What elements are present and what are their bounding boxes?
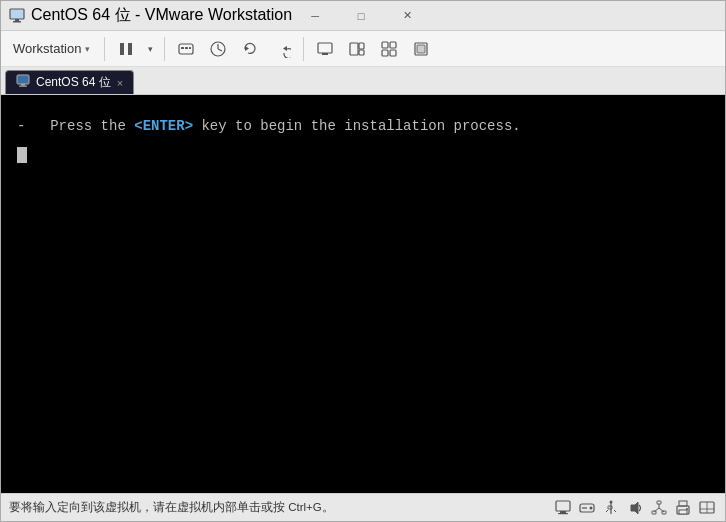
svg-line-44 — [654, 508, 659, 512]
status-monitor-icon[interactable] — [553, 498, 573, 518]
workstation-label: Workstation — [13, 41, 81, 56]
svg-rect-6 — [181, 47, 184, 49]
minimize-button[interactable]: ─ — [292, 1, 338, 31]
toolbar-sep-2 — [164, 37, 165, 61]
close-button[interactable]: ✕ — [384, 1, 430, 31]
view-quick-button[interactable] — [342, 35, 372, 63]
terminal-line-1: - Press the <ENTER> key to begin the ins… — [17, 115, 709, 137]
term-text-before: Press the <ENTER> key to begin the insta… — [33, 115, 520, 137]
svg-rect-17 — [359, 43, 364, 49]
snapshot-take-button[interactable] — [267, 35, 297, 63]
svg-point-32 — [590, 506, 593, 509]
tab-close-button[interactable]: × — [117, 77, 123, 89]
svg-rect-40 — [657, 501, 661, 504]
status-resolution-icon[interactable] — [697, 498, 717, 518]
svg-rect-15 — [322, 53, 328, 55]
svg-rect-47 — [679, 501, 687, 506]
svg-rect-3 — [120, 43, 124, 55]
svg-rect-1 — [15, 19, 19, 21]
tab-label: CentOS 64 位 — [36, 74, 111, 91]
svg-rect-7 — [185, 47, 188, 49]
svg-rect-48 — [679, 510, 687, 514]
tab-bar: CentOS 64 位 × — [1, 67, 725, 95]
svg-line-38 — [614, 510, 616, 512]
terminal-cursor-line — [17, 143, 709, 165]
workstation-menu[interactable]: Workstation ▾ — [5, 35, 98, 63]
status-icons — [553, 498, 717, 518]
playback-controls: ▾ — [111, 35, 158, 63]
svg-marker-39 — [631, 502, 638, 514]
svg-rect-19 — [382, 42, 388, 48]
svg-rect-24 — [417, 45, 425, 53]
svg-marker-12 — [245, 46, 249, 51]
svg-rect-4 — [128, 43, 132, 55]
status-network-icon[interactable] — [649, 498, 669, 518]
view-thumbnail-button[interactable] — [374, 35, 404, 63]
send-ctrlaltdel-button[interactable] — [171, 35, 201, 63]
view-fullscreen-button[interactable] — [406, 35, 436, 63]
menu-bar: Workstation ▾ ▾ — [1, 31, 725, 67]
enter-key-highlight: <ENTER> — [134, 118, 193, 134]
svg-rect-2 — [13, 21, 21, 23]
svg-line-37 — [606, 510, 608, 512]
status-usb-icon[interactable] — [601, 498, 621, 518]
maximize-button[interactable]: □ — [338, 1, 384, 31]
svg-rect-18 — [359, 50, 364, 55]
svg-rect-25 — [17, 75, 29, 84]
svg-rect-14 — [318, 43, 332, 53]
title-bar-icon — [9, 8, 25, 24]
status-text: 要将输入定向到该虚拟机，请在虚拟机内部单击或按 Ctrl+G。 — [9, 500, 549, 515]
pause-dropdown-button[interactable]: ▾ — [142, 35, 158, 63]
svg-rect-27 — [19, 86, 27, 87]
svg-rect-0 — [10, 9, 24, 19]
status-audio-icon[interactable] — [625, 498, 645, 518]
status-bar: 要将输入定向到该虚拟机，请在虚拟机内部单击或按 Ctrl+G。 — [1, 493, 725, 521]
svg-rect-21 — [382, 50, 388, 56]
snapshot-manager-button[interactable] — [203, 35, 233, 63]
svg-rect-30 — [558, 513, 568, 514]
title-bar-title: CentOS 64 位 - VMware Workstation — [31, 5, 292, 26]
svg-line-45 — [659, 508, 664, 512]
view-console-button[interactable] — [310, 35, 340, 63]
status-hdd-icon[interactable] — [577, 498, 597, 518]
workstation-dropdown-icon: ▾ — [85, 44, 90, 54]
toolbar-sep-3 — [303, 37, 304, 61]
svg-rect-26 — [21, 84, 25, 86]
snapshot-revert-button[interactable] — [235, 35, 265, 63]
app-window: CentOS 64 位 - VMware Workstation ─ □ ✕ W… — [0, 0, 726, 522]
tab-vm-icon — [16, 74, 30, 91]
status-printer-icon[interactable] — [673, 498, 693, 518]
svg-rect-20 — [390, 42, 396, 48]
svg-rect-28 — [556, 501, 570, 511]
vm-screen[interactable]: - Press the <ENTER> key to begin the ins… — [1, 95, 725, 493]
pause-button[interactable] — [111, 35, 141, 63]
terminal-output: - Press the <ENTER> key to begin the ins… — [1, 95, 725, 493]
svg-rect-16 — [350, 43, 358, 55]
svg-rect-22 — [390, 50, 396, 56]
vm-tab[interactable]: CentOS 64 位 × — [5, 70, 134, 94]
svg-line-11 — [218, 49, 222, 51]
svg-rect-8 — [189, 47, 191, 49]
toolbar-sep-1 — [104, 37, 105, 61]
terminal-cursor — [17, 147, 27, 163]
svg-point-36 — [610, 500, 613, 503]
svg-marker-13 — [283, 46, 287, 51]
svg-point-49 — [686, 508, 688, 510]
svg-rect-29 — [560, 511, 566, 513]
term-prompt: - — [17, 115, 25, 137]
window-controls: ─ □ ✕ — [292, 1, 430, 31]
title-bar: CentOS 64 位 - VMware Workstation ─ □ ✕ — [1, 1, 725, 31]
